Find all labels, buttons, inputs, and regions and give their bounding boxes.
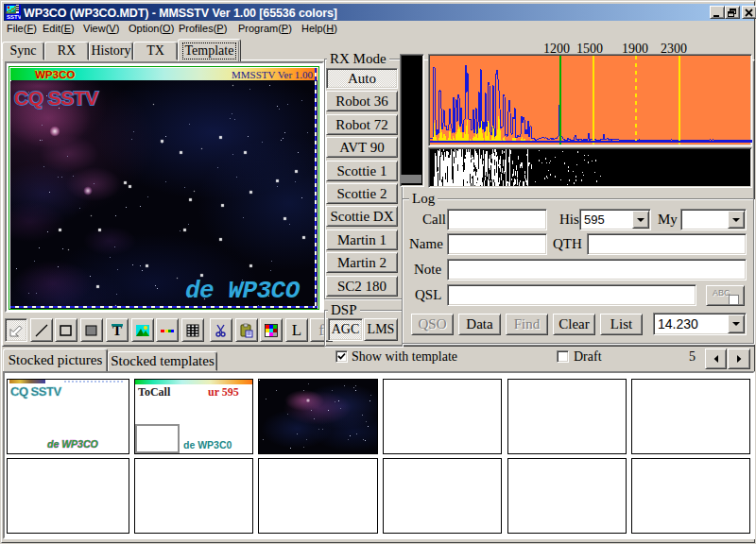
svg-text:MMSSTV Ver 1.00: MMSSTV Ver 1.00 <box>232 69 314 80</box>
svg-text:ToCall: ToCall <box>138 385 171 399</box>
svg-text:ur 595: ur 595 <box>208 385 239 399</box>
svg-text:de WP3CO: de WP3CO <box>185 277 301 305</box>
svg-text:CQ SSTV: CQ SSTV <box>14 87 98 109</box>
svg-text:de WP3C0: de WP3C0 <box>183 439 232 450</box>
svg-text:SSTV: SSTV <box>7 14 21 20</box>
svg-text:de WP3CO: de WP3CO <box>47 438 98 450</box>
svg-text:CQ SSTV: CQ SSTV <box>10 384 61 399</box>
svg-text:WP3CO: WP3CO <box>35 69 75 80</box>
